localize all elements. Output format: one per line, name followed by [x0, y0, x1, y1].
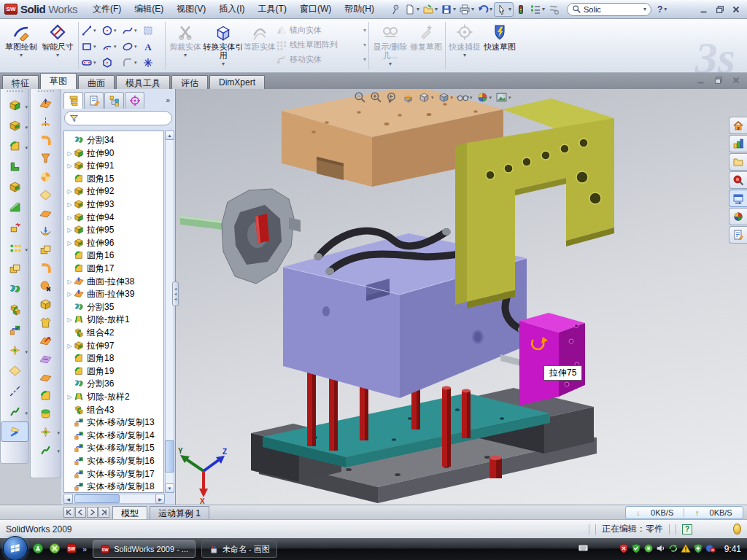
custom-properties-tab[interactable] [729, 226, 747, 244]
menu-window[interactable]: 窗口(W) [293, 0, 338, 19]
planar-surface-button[interactable] [31, 204, 61, 222]
tree-scroll-right[interactable]: ▶ [155, 494, 165, 504]
menu-file[interactable]: 文件(F) [86, 0, 128, 19]
move-entities-button[interactable]: 移动实体▾ [276, 54, 366, 65]
tab-草图[interactable]: 草图 [40, 73, 77, 89]
mirror-entities-button[interactable]: 镜向实体▾ [276, 25, 366, 36]
tree-item[interactable]: 实体-移动/复制18 [66, 480, 155, 493]
delete-body-button[interactable] [31, 277, 61, 295]
featuremanager-tab[interactable] [63, 92, 83, 109]
tab-模型[interactable]: 模型 [112, 506, 147, 519]
plane-button[interactable] [1, 360, 28, 381]
pin-button[interactable] [388, 3, 403, 16]
tree-item[interactable]: 组合42 [66, 326, 114, 339]
menu-tools[interactable]: 工具(T) [252, 0, 293, 19]
tab-scroll-next[interactable] [87, 507, 98, 518]
expand-arrow-icon[interactable]: ▷ [66, 227, 74, 233]
solidworks-search-tab[interactable] [729, 171, 747, 189]
linear-sketch-pattern-button[interactable]: 线性草图阵列▾ [276, 39, 366, 50]
apply-scene-button[interactable]: ▾ [495, 90, 512, 104]
doc-close-button[interactable] [731, 75, 741, 85]
display-delete-relations-button[interactable]: 显示/删除几...▾ [371, 20, 409, 71]
combine-button[interactable] [1, 299, 28, 319]
parting-surfaces-button[interactable] [31, 186, 61, 204]
select-cursor-button[interactable]: ▾ [494, 2, 514, 17]
tree-item[interactable]: ▷拉伸93 [66, 198, 114, 211]
tree-item[interactable]: ▷拉伸91 [66, 159, 114, 172]
menu-edit[interactable]: 编辑(E) [128, 0, 170, 19]
rectangle-button[interactable]: ▾ [81, 39, 101, 55]
convert-entities-button[interactable]: 转换实体引用▾ [203, 20, 244, 71]
selection-filter-button[interactable] [546, 3, 561, 16]
view-palette-tab[interactable] [729, 190, 747, 207]
search-input[interactable]: Solic ▾ [567, 3, 651, 16]
view-orientation-button[interactable]: ▾ [417, 90, 435, 104]
doc-restore-button[interactable] [713, 75, 724, 85]
expand-arrow-icon[interactable]: ▷ [66, 394, 74, 400]
selection-box-button[interactable] [142, 23, 163, 39]
tab-特征[interactable]: 特征 [2, 75, 39, 89]
help-button[interactable]: ?▾ [657, 4, 667, 15]
circle-button[interactable]: ▾ [101, 23, 122, 39]
tab-DimXpert[interactable]: DimXpert [209, 75, 265, 89]
options-list-button[interactable]: ▾ [528, 3, 546, 16]
extruded-cut-button[interactable]: ▾ [1, 115, 28, 136]
swept-surface-button[interactable] [31, 259, 61, 277]
panel-tabs-more-button[interactable]: » [166, 96, 173, 104]
tree-item[interactable]: ▷切除-放样1 [66, 313, 130, 326]
tab-曲面[interactable]: 曲面 [78, 75, 115, 89]
taskbar-window-button[interactable]: 未命名 - 画图 [201, 540, 277, 558]
messenger-launcher[interactable] [32, 542, 44, 556]
dimxpertmanager-tab[interactable] [125, 92, 144, 109]
design-library-tab[interactable] [729, 135, 747, 152]
surface-fillet-button[interactable] [31, 386, 61, 405]
tree-item[interactable]: 圆角18 [66, 351, 114, 365]
zoom-fit-button[interactable] [353, 90, 367, 104]
rapid-sketch-button[interactable]: 快速草图 [481, 20, 518, 71]
polygon-button[interactable] [101, 55, 122, 71]
scale-button[interactable] [31, 295, 61, 314]
edit-appearance-button[interactable]: ▾ [476, 90, 493, 104]
extruded-boss-button[interactable]: ▾ [1, 95, 28, 115]
section-view-button[interactable] [401, 90, 415, 104]
sync-icon[interactable] [668, 543, 678, 556]
expand-arrow-icon[interactable]: ▷ [66, 214, 74, 221]
expand-arrow-icon[interactable]: ▷ [66, 201, 74, 208]
reference-geometry-2-button[interactable]: ▾ [31, 423, 61, 441]
tree-item[interactable]: 圆角17 [66, 262, 114, 275]
tree-item[interactable]: 实体-移动/复制13 [66, 416, 155, 429]
menu-insert[interactable]: 插入(I) [212, 0, 251, 19]
menu-help[interactable]: 帮助(H) [338, 0, 381, 19]
insert-mold-folders-button[interactable] [31, 314, 61, 332]
solidworks-launcher-launcher[interactable]: SW [66, 542, 77, 556]
doc-minimize-button[interactable] [696, 75, 706, 85]
tree-item[interactable]: 分割34 [66, 133, 114, 147]
tab-评估[interactable]: 评估 [171, 75, 208, 89]
curve-2-button[interactable]: ▾ [31, 441, 61, 459]
ellipse-button[interactable]: ▾ [122, 39, 142, 55]
toolbar-grip[interactable] [1, 89, 28, 95]
appearances-scenes-tab[interactable] [729, 208, 747, 225]
wrap-button[interactable] [1, 217, 28, 238]
start-button[interactable] [3, 536, 28, 560]
tree-scroll-left[interactable]: ◀ [63, 494, 73, 504]
tree-item[interactable]: 实体-移动/复制14 [66, 429, 155, 442]
quick-launch-more[interactable]: » [82, 545, 87, 553]
close-button[interactable] [731, 4, 741, 15]
line-button[interactable]: ▾ [81, 23, 101, 39]
axis-button[interactable] [1, 381, 28, 401]
expand-arrow-icon[interactable]: ▷ [66, 163, 74, 169]
sketch-draw-button[interactable]: 草图绘制▾ [3, 20, 39, 71]
volume-icon[interactable] [656, 543, 666, 556]
security-center-launcher[interactable] [49, 542, 61, 556]
tree-item[interactable]: ▷曲面-拉伸39 [66, 287, 134, 300]
model-sprue-assembly[interactable] [180, 189, 301, 284]
tab-运动算例 1[interactable]: 运动算例 1 [150, 506, 209, 519]
tree-scroll-up[interactable]: ▲ [165, 131, 174, 140]
undo-button[interactable]: ▾ [476, 3, 494, 16]
move-face-button[interactable] [31, 332, 61, 350]
toolbar-grip[interactable] [31, 89, 61, 95]
tree-item[interactable]: ▷拉伸97 [66, 339, 114, 352]
open-file-button[interactable]: ▾ [421, 3, 439, 16]
taskbar-clock[interactable]: 9:41 [720, 544, 747, 554]
